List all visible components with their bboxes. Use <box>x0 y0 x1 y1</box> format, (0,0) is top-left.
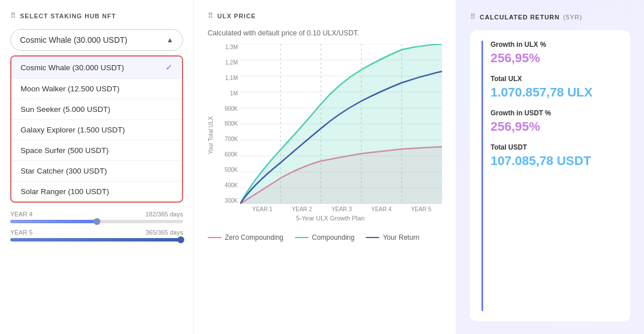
divider-line <box>481 41 483 311</box>
metric-value-total-usdt: 107.085,78 USDT <box>491 154 619 168</box>
left-panel-title: ⠿ SELECT STAKING HUB NFT <box>10 11 183 20</box>
y-tick-9: 500K <box>225 167 238 173</box>
mid-dots-icon: ⠿ <box>208 11 214 20</box>
right-panel: ⠿ CALCULATED RETURN (5YR) Growth in ULX … <box>456 0 644 334</box>
dropdown-arrow-icon: ▲ <box>167 36 173 44</box>
legend-your-return: Your Return <box>366 234 419 242</box>
right-title-suffix: (5YR) <box>563 14 582 21</box>
y-tick-2: 1,2M <box>225 59 238 66</box>
metric-block-total-ulx: Total ULX 1.070.857,78 ULX <box>491 75 619 100</box>
x-label-year4: YEAR 4 <box>362 206 402 212</box>
y-tick-5: 900K <box>225 106 238 112</box>
metric-label-total-ulx: Total ULX <box>491 75 619 83</box>
check-icon: ✓ <box>165 62 173 73</box>
chart-legend: Zero Compounding Compounding Your Return <box>208 234 442 242</box>
nft-dropdown-list: Cosmic Whale (30.000 USDT) ✓ Moon Walker… <box>10 55 183 203</box>
calc-card-wrap: Growth in ULX % 256,95% Total ULX 1.070.… <box>470 30 630 321</box>
metric-label-total-usdt: Total USDT <box>491 143 619 151</box>
year4-row: YEAR 4 182/365 days <box>10 211 183 218</box>
chart-subtitle: Calculated with default price of 0.10 UL… <box>208 29 442 37</box>
legend-zero-compounding: Zero Compounding <box>208 234 283 242</box>
metric-label-ulx-growth: Growth in ULX % <box>491 41 619 49</box>
x-axis-labels: YEAR 1 YEAR 2 YEAR 3 YEAR 4 YEAR 5 <box>218 206 442 212</box>
metric-block-usdt-growth: Growth in USDT % 256,95% <box>491 109 619 134</box>
x-label-year1: YEAR 1 <box>242 206 282 212</box>
y-tick-7: 700K <box>225 136 238 142</box>
mid-panel: ⠿ ULX PRICE Calculated with default pric… <box>194 0 456 334</box>
selected-nft-label: Cosmic Whale (30.000 USDT) <box>20 35 127 45</box>
chart-container: 1,3M 1,2M 1,1M 1M 900K 800K 700K 600K 50… <box>218 44 442 227</box>
metric-label-usdt-growth: Growth in USDT % <box>491 109 619 117</box>
dropdown-item-moon-walker[interactable]: Moon Walker (12.500 USDT) <box>11 79 182 99</box>
calc-inner: Growth in ULX % 256,95% Total ULX 1.070.… <box>481 41 619 311</box>
y-tick-4: 1M <box>230 90 238 96</box>
year5-progress-bar[interactable] <box>10 238 183 242</box>
legend-compounding: Compounding <box>295 234 355 242</box>
legend-line-zero <box>208 237 221 239</box>
chart-area: Your Total ULX 1,3M 1,2M 1,1M 1M 900K 80… <box>208 44 442 227</box>
metric-value-usdt-growth: 256,95% <box>491 119 619 134</box>
right-dots-icon: ⠿ <box>470 13 476 21</box>
dropdown-item-solar-ranger[interactable]: Solar Ranger (100 USDT) <box>11 182 182 202</box>
metric-value-ulx-growth: 256,95% <box>491 51 619 66</box>
year5-row: YEAR 5 365/365 days <box>10 229 183 236</box>
dots-icon: ⠿ <box>10 11 17 20</box>
y-tick-3: 1,1M <box>225 75 238 81</box>
dropdown-item-star-catcher[interactable]: Star Catcher (300 USDT) <box>11 161 182 182</box>
x-axis-title: 5-Year ULX Growth Plan <box>218 215 442 222</box>
calc-card: Growth in ULX % 256,95% Total ULX 1.070.… <box>470 30 630 321</box>
metric-block-total-usdt: Total USDT 107.085,78 USDT <box>491 143 619 168</box>
chart-svg <box>240 44 442 204</box>
metric-value-total-ulx: 1.070.857,78 ULX <box>491 85 619 100</box>
x-label-year5: YEAR 5 <box>401 206 441 212</box>
x-label-year2: YEAR 2 <box>282 206 322 212</box>
right-panel-title: ⠿ CALCULATED RETURN (5YR) <box>470 13 630 21</box>
y-tick-11: 300K <box>225 198 238 204</box>
x-label-year3: YEAR 3 <box>322 206 362 212</box>
left-panel: ⠿ SELECT STAKING HUB NFT Cosmic Whale (3… <box>0 0 194 334</box>
dropdown-item-cosmic-whale[interactable]: Cosmic Whale (30.000 USDT) ✓ <box>11 57 182 79</box>
y-axis-label: Your Total ULX <box>208 44 214 227</box>
y-tick-6: 800K <box>225 120 238 127</box>
legend-line-compound <box>295 237 309 239</box>
y-tick-8: 600K <box>225 151 238 158</box>
year4-progress-bar[interactable] <box>10 220 183 223</box>
dropdown-item-sun-seeker[interactable]: Sun Seeker (5.000 USDT) <box>11 99 182 120</box>
nft-select-box[interactable]: Cosmic Whale (30.000 USDT) ▲ <box>10 29 183 51</box>
mid-panel-title: ⠿ ULX PRICE <box>208 11 442 20</box>
metric-block-ulx-growth: Growth in ULX % 256,95% <box>491 41 619 66</box>
dropdown-item-galaxy-explorer[interactable]: Galaxy Explorer (1.500 USDT) <box>11 120 182 140</box>
y-tick-10: 400K <box>225 182 238 188</box>
legend-line-return <box>366 237 379 239</box>
year-progress-section: YEAR 4 182/365 days YEAR 5 365/365 days <box>10 211 183 247</box>
y-tick-1: 1,3M <box>225 44 238 50</box>
dropdown-item-space-surfer[interactable]: Space Surfer (500 USDT) <box>11 140 182 161</box>
